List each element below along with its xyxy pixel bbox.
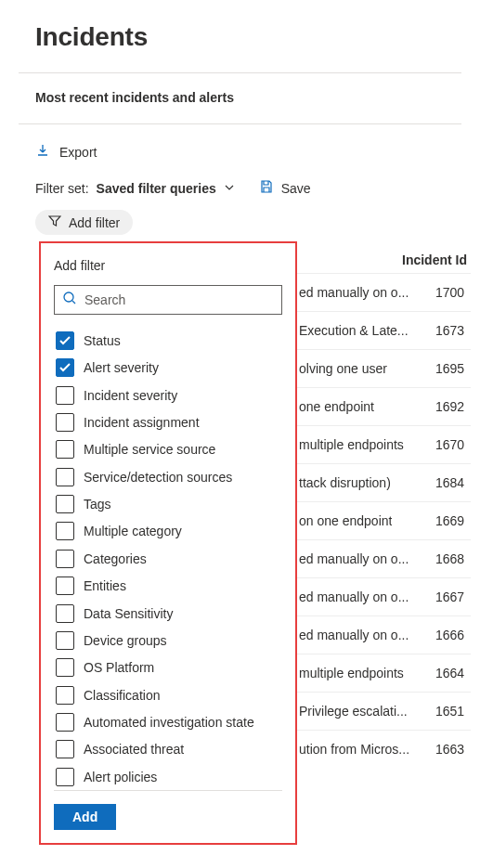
filter-option[interactable]: Multiple service source [54, 436, 282, 462]
filter-option[interactable]: Alert policies [54, 764, 282, 790]
filter-option-label: Incident assignment [84, 415, 200, 430]
search-input[interactable] [84, 292, 274, 307]
filter-option[interactable]: Device groups [54, 628, 282, 654]
filter-option-label: OS Platform [84, 660, 154, 675]
divider [19, 72, 461, 73]
incidents-table: Incident Id ed manually on o...1700Execu… [295, 247, 471, 768]
divider [19, 123, 461, 124]
incident-name-cell: one endpoint [299, 399, 374, 414]
incident-id-cell: 1651 [428, 704, 467, 719]
filter-option[interactable]: Incident severity [54, 382, 282, 408]
checkbox[interactable] [56, 522, 74, 540]
checkbox[interactable] [56, 577, 74, 595]
table-row[interactable]: multiple endpoints1670 [295, 425, 471, 463]
incident-id-cell: 1666 [428, 628, 467, 642]
add-filter-popup: Add filter StatusAlert severityIncident … [39, 241, 297, 845]
incident-name-cell: ed manually on o... [299, 628, 409, 642]
incident-id-cell: 1670 [428, 437, 467, 452]
table-row[interactable]: multiple endpoints1664 [295, 654, 471, 692]
filter-option-label: Associated threat [84, 742, 184, 757]
save-button[interactable]: Save [281, 181, 311, 196]
export-button[interactable]: Export [59, 145, 97, 160]
table-row[interactable]: Execution & Late...1673 [295, 311, 471, 349]
search-icon [62, 291, 84, 308]
checkbox[interactable] [56, 686, 74, 705]
table-row[interactable]: ed manually on o...1667 [295, 577, 471, 615]
incident-id-cell: 1684 [428, 475, 467, 490]
filter-option[interactable]: Multiple category [54, 518, 282, 544]
incident-id-cell: 1700 [428, 285, 467, 300]
incident-name-cell: ution from Micros... [299, 742, 409, 757]
filter-option[interactable]: Tags [54, 491, 282, 517]
table-row[interactable]: ed manually on o...1700 [295, 273, 471, 311]
save-icon[interactable] [242, 179, 274, 197]
incident-name-cell: multiple endpoints [299, 666, 404, 680]
toolbar: Export [19, 141, 461, 179]
filter-option[interactable]: Automated investigation state [54, 709, 282, 735]
table-row[interactable]: ttack disruption)1684 [295, 463, 471, 501]
col-incident-id[interactable]: Incident Id [402, 253, 467, 267]
table-header: Incident Id [295, 247, 471, 273]
chevron-down-icon[interactable] [224, 181, 235, 196]
filter-option[interactable]: Associated threat [54, 736, 282, 762]
search-input-wrapper[interactable] [54, 285, 282, 315]
add-filter-pill[interactable]: Add filter [35, 210, 133, 235]
table-row[interactable]: ed manually on o...1666 [295, 615, 471, 654]
filter-set-dropdown[interactable]: Saved filter queries [97, 181, 216, 196]
incident-id-cell: 1692 [428, 399, 467, 414]
checkbox[interactable] [56, 495, 74, 513]
incident-id-cell: 1695 [428, 361, 467, 376]
filter-option-label: Service/detection sources [84, 470, 232, 485]
filter-option[interactable]: Classification [54, 682, 282, 708]
incident-id-cell: 1673 [428, 323, 467, 338]
checkbox[interactable] [56, 740, 74, 758]
filter-option-label: Automated investigation state [84, 715, 254, 730]
checkbox[interactable] [56, 631, 74, 650]
incident-name-cell: ed manually on o... [299, 589, 409, 604]
filter-option[interactable]: Alert severity [54, 355, 282, 381]
checkbox[interactable] [56, 331, 74, 350]
table-row[interactable]: on one endpoint1669 [295, 501, 471, 539]
checkbox[interactable] [56, 413, 74, 432]
add-button[interactable]: Add [54, 804, 116, 830]
checkbox[interactable] [56, 358, 74, 377]
incident-name-cell: Privilege escalati... [299, 704, 408, 719]
filter-option[interactable]: Status [54, 328, 282, 354]
incident-id-cell: 1664 [428, 666, 467, 680]
table-row[interactable]: ed manually on o...1668 [295, 539, 471, 577]
incident-name-cell: ed manually on o... [299, 551, 409, 566]
checkbox[interactable] [56, 550, 74, 568]
filter-option[interactable]: Categories [54, 546, 282, 572]
checkbox[interactable] [56, 468, 74, 486]
svg-point-0 [64, 292, 73, 302]
checkbox[interactable] [56, 386, 74, 405]
checkbox[interactable] [56, 768, 74, 786]
incident-name-cell: ttack disruption) [299, 475, 391, 490]
filter-set-label: Filter set: [35, 181, 89, 196]
filter-option-label: Device groups [84, 633, 167, 648]
filter-option-label: Multiple category [84, 524, 182, 538]
incident-id-cell: 1667 [428, 589, 467, 604]
incident-id-cell: 1668 [428, 551, 467, 566]
checkbox[interactable] [56, 440, 74, 459]
page-title: Incidents [35, 22, 461, 52]
filter-option-label: Entities [84, 578, 126, 593]
table-row[interactable]: one endpoint1692 [295, 387, 471, 425]
filter-option-label: Classification [84, 688, 160, 703]
filter-option-label: Alert policies [84, 770, 157, 784]
table-row[interactable]: olving one user1695 [295, 349, 471, 387]
checkbox[interactable] [56, 604, 74, 623]
checkbox[interactable] [56, 658, 74, 677]
download-icon[interactable] [35, 143, 50, 161]
checkbox[interactable] [56, 713, 74, 732]
filter-option-label: Data Sensitivity [84, 606, 173, 621]
filter-option[interactable]: OS Platform [54, 654, 282, 680]
filter-option[interactable]: Service/detection sources [54, 464, 282, 490]
filter-option[interactable]: Data Sensitivity [54, 600, 282, 626]
incident-name-cell: Execution & Late... [299, 323, 409, 338]
filter-option[interactable]: Incident assignment [54, 409, 282, 435]
filter-option[interactable]: Entities [54, 573, 282, 599]
incident-id-cell: 1669 [428, 513, 467, 528]
table-row[interactable]: Privilege escalati...1651 [295, 692, 471, 730]
table-row[interactable]: ution from Micros...1663 [295, 730, 471, 768]
